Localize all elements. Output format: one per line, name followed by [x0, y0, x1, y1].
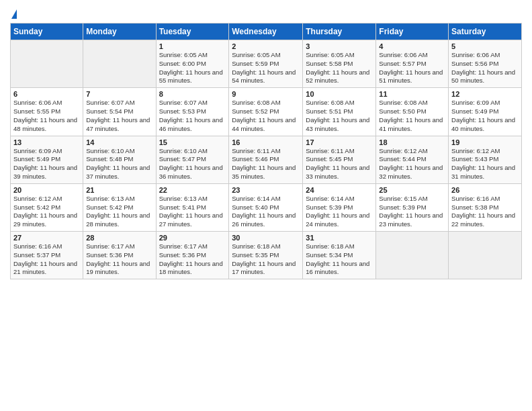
day-number: 16: [232, 138, 300, 146]
day-number: 23: [232, 186, 300, 194]
calendar-cell: 27Sunrise: 6:16 AMSunset: 5:37 PMDayligh…: [11, 232, 83, 279]
calendar-cell: [83, 40, 156, 88]
day-number: 9: [232, 90, 300, 98]
calendar-cell: [376, 232, 449, 279]
calendar-table: SundayMondayTuesdayWednesdayThursdayFrid…: [10, 23, 522, 279]
weekday-header-saturday: Saturday: [449, 24, 522, 40]
calendar-week-row: 1Sunrise: 6:05 AMSunset: 6:00 PMDaylight…: [11, 40, 522, 88]
calendar-cell: 8Sunrise: 6:07 AMSunset: 5:53 PMDaylight…: [156, 88, 229, 136]
calendar-cell: [11, 40, 83, 88]
day-info: Sunrise: 6:06 AMSunset: 5:56 PMDaylight:…: [451, 51, 519, 85]
day-info: Sunrise: 6:17 AMSunset: 5:36 PMDaylight:…: [159, 242, 226, 277]
calendar-cell: 5Sunrise: 6:06 AMSunset: 5:56 PMDaylight…: [449, 40, 522, 88]
day-number: 6: [13, 90, 80, 98]
calendar-cell: 22Sunrise: 6:13 AMSunset: 5:41 PMDayligh…: [156, 183, 229, 231]
day-info: Sunrise: 6:10 AMSunset: 5:47 PMDaylight:…: [159, 147, 226, 181]
calendar-cell: 13Sunrise: 6:09 AMSunset: 5:49 PMDayligh…: [11, 136, 83, 183]
day-number: 27: [13, 234, 80, 242]
calendar-cell: 14Sunrise: 6:10 AMSunset: 5:48 PMDayligh…: [83, 136, 156, 183]
day-info: Sunrise: 6:18 AMSunset: 5:34 PMDaylight:…: [306, 242, 373, 277]
calendar-week-row: 27Sunrise: 6:16 AMSunset: 5:37 PMDayligh…: [11, 232, 522, 279]
day-info: Sunrise: 6:07 AMSunset: 5:53 PMDaylight:…: [159, 99, 226, 133]
day-info: Sunrise: 6:16 AMSunset: 5:38 PMDaylight:…: [451, 195, 519, 229]
day-info: Sunrise: 6:06 AMSunset: 5:55 PMDaylight:…: [13, 99, 80, 133]
calendar-cell: 28Sunrise: 6:17 AMSunset: 5:36 PMDayligh…: [83, 232, 156, 279]
day-info: Sunrise: 6:15 AMSunset: 5:39 PMDaylight:…: [379, 195, 445, 229]
weekday-header-wednesday: Wednesday: [229, 24, 303, 40]
calendar-cell: 7Sunrise: 6:07 AMSunset: 5:54 PMDaylight…: [83, 88, 156, 136]
calendar-cell: 2Sunrise: 6:05 AMSunset: 5:59 PMDaylight…: [229, 40, 303, 88]
calendar-cell: 16Sunrise: 6:11 AMSunset: 5:46 PMDayligh…: [229, 136, 303, 183]
day-info: Sunrise: 6:10 AMSunset: 5:48 PMDaylight:…: [86, 147, 152, 181]
day-number: 18: [379, 138, 445, 146]
calendar-cell: 3Sunrise: 6:05 AMSunset: 5:58 PMDaylight…: [303, 40, 376, 88]
day-number: 2: [232, 42, 300, 50]
calendar-cell: 4Sunrise: 6:06 AMSunset: 5:57 PMDaylight…: [376, 40, 449, 88]
calendar-cell: 25Sunrise: 6:15 AMSunset: 5:39 PMDayligh…: [376, 183, 449, 231]
day-info: Sunrise: 6:08 AMSunset: 5:51 PMDaylight:…: [306, 99, 373, 133]
calendar-cell: 18Sunrise: 6:12 AMSunset: 5:44 PMDayligh…: [376, 136, 449, 183]
weekday-header-tuesday: Tuesday: [156, 24, 229, 40]
day-number: 26: [451, 186, 519, 194]
day-number: 7: [86, 90, 152, 98]
calendar-week-row: 6Sunrise: 6:06 AMSunset: 5:55 PMDaylight…: [11, 88, 522, 136]
calendar-cell: 12Sunrise: 6:09 AMSunset: 5:49 PMDayligh…: [449, 88, 522, 136]
calendar-cell: 6Sunrise: 6:06 AMSunset: 5:55 PMDaylight…: [11, 88, 83, 136]
day-number: 14: [86, 138, 152, 146]
calendar-cell: 15Sunrise: 6:10 AMSunset: 5:47 PMDayligh…: [156, 136, 229, 183]
day-number: 12: [451, 90, 519, 98]
day-number: 24: [306, 186, 373, 194]
calendar-cell: 26Sunrise: 6:16 AMSunset: 5:38 PMDayligh…: [449, 183, 522, 231]
calendar-cell: 1Sunrise: 6:05 AMSunset: 6:00 PMDaylight…: [156, 40, 229, 88]
day-number: 21: [86, 186, 152, 194]
day-number: 28: [86, 234, 152, 242]
day-number: 31: [306, 234, 373, 242]
day-info: Sunrise: 6:12 AMSunset: 5:44 PMDaylight:…: [379, 147, 445, 181]
day-info: Sunrise: 6:05 AMSunset: 6:00 PMDaylight:…: [159, 51, 226, 85]
day-info: Sunrise: 6:12 AMSunset: 5:43 PMDaylight:…: [451, 147, 519, 181]
day-info: Sunrise: 6:12 AMSunset: 5:42 PMDaylight:…: [13, 195, 80, 229]
calendar-cell: 23Sunrise: 6:14 AMSunset: 5:40 PMDayligh…: [229, 183, 303, 231]
day-info: Sunrise: 6:18 AMSunset: 5:35 PMDaylight:…: [232, 242, 300, 277]
day-number: 10: [306, 90, 373, 98]
calendar-cell: 29Sunrise: 6:17 AMSunset: 5:36 PMDayligh…: [156, 232, 229, 279]
day-number: 3: [306, 42, 373, 50]
day-number: 19: [451, 138, 519, 146]
day-info: Sunrise: 6:08 AMSunset: 5:50 PMDaylight:…: [379, 99, 445, 133]
calendar-cell: 9Sunrise: 6:08 AMSunset: 5:52 PMDaylight…: [229, 88, 303, 136]
weekday-header-monday: Monday: [83, 24, 156, 40]
day-number: 5: [451, 42, 519, 50]
day-info: Sunrise: 6:13 AMSunset: 5:41 PMDaylight:…: [159, 195, 226, 229]
day-info: Sunrise: 6:14 AMSunset: 5:40 PMDaylight:…: [232, 195, 300, 229]
day-info: Sunrise: 6:08 AMSunset: 5:52 PMDaylight:…: [232, 99, 300, 133]
day-number: 25: [379, 186, 445, 194]
day-info: Sunrise: 6:17 AMSunset: 5:36 PMDaylight:…: [86, 242, 152, 277]
day-info: Sunrise: 6:05 AMSunset: 5:59 PMDaylight:…: [232, 51, 300, 85]
day-info: Sunrise: 6:16 AMSunset: 5:37 PMDaylight:…: [13, 242, 80, 277]
day-info: Sunrise: 6:09 AMSunset: 5:49 PMDaylight:…: [13, 147, 80, 181]
day-number: 4: [379, 42, 445, 50]
day-info: Sunrise: 6:05 AMSunset: 5:58 PMDaylight:…: [306, 51, 373, 85]
day-info: Sunrise: 6:09 AMSunset: 5:49 PMDaylight:…: [451, 99, 519, 133]
calendar-cell: 10Sunrise: 6:08 AMSunset: 5:51 PMDayligh…: [303, 88, 376, 136]
day-number: 30: [232, 234, 300, 242]
day-info: Sunrise: 6:14 AMSunset: 5:39 PMDaylight:…: [306, 195, 373, 229]
calendar-cell: 30Sunrise: 6:18 AMSunset: 5:35 PMDayligh…: [229, 232, 303, 279]
logo-triangle-icon: [11, 9, 17, 19]
day-number: 20: [13, 186, 80, 194]
day-info: Sunrise: 6:11 AMSunset: 5:46 PMDaylight:…: [232, 147, 300, 181]
calendar-cell: 19Sunrise: 6:12 AMSunset: 5:43 PMDayligh…: [449, 136, 522, 183]
calendar-header-row: SundayMondayTuesdayWednesdayThursdayFrid…: [11, 24, 522, 40]
calendar-cell: 17Sunrise: 6:11 AMSunset: 5:45 PMDayligh…: [303, 136, 376, 183]
day-info: Sunrise: 6:06 AMSunset: 5:57 PMDaylight:…: [379, 51, 445, 85]
day-info: Sunrise: 6:13 AMSunset: 5:42 PMDaylight:…: [86, 195, 152, 229]
day-number: 17: [306, 138, 373, 146]
calendar-cell: 31Sunrise: 6:18 AMSunset: 5:34 PMDayligh…: [303, 232, 376, 279]
day-number: 13: [13, 138, 80, 146]
day-info: Sunrise: 6:07 AMSunset: 5:54 PMDaylight:…: [86, 99, 152, 133]
calendar-week-row: 20Sunrise: 6:12 AMSunset: 5:42 PMDayligh…: [11, 183, 522, 231]
calendar-week-row: 13Sunrise: 6:09 AMSunset: 5:49 PMDayligh…: [11, 136, 522, 183]
day-info: Sunrise: 6:11 AMSunset: 5:45 PMDaylight:…: [306, 147, 373, 181]
calendar-cell: 24Sunrise: 6:14 AMSunset: 5:39 PMDayligh…: [303, 183, 376, 231]
logo: [10, 9, 17, 19]
